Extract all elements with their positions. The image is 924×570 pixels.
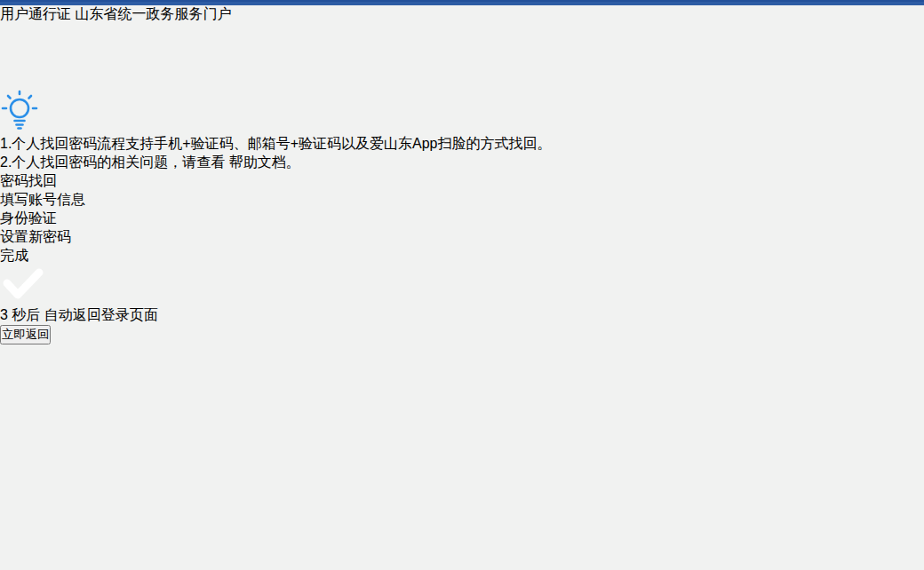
app-title: 用户通行证 xyxy=(0,6,71,21)
step-identity-verify: 身份验证 xyxy=(0,210,924,228)
notice-text: 1.个人找回密码流程支持手机+验证码、邮箱号+验证码以及爱山东App扫脸的方式找… xyxy=(0,135,924,172)
notice-line-2-suffix: 。 xyxy=(286,154,300,170)
step-set-new-password: 设置新密码 xyxy=(0,228,924,247)
help-doc-link[interactable]: 帮助文档 xyxy=(229,154,286,170)
notice-box: 1.个人找回密码流程支持手机+验证码、邮箱号+验证码以及爱山东App扫脸的方式找… xyxy=(0,89,924,172)
main-card: 1.个人找回密码流程支持手机+验证码、邮箱号+验证码以及爱山东App扫脸的方式找… xyxy=(0,89,924,344)
portal-subtitle: 山东省统一政务服务门户 xyxy=(75,6,231,21)
check-icon xyxy=(0,265,46,303)
step-fill-account-info: 填写账号信息 xyxy=(0,191,924,210)
lightbulb-icon xyxy=(0,119,39,134)
section-title: 密码找回 xyxy=(0,173,57,188)
notice-line-1: 1.个人找回密码流程支持手机+验证码、邮箱号+验证码以及爱山东App扫脸的方式找… xyxy=(0,135,924,154)
step-progress-bar: 填写账号信息 身份验证 设置新密码 完成 xyxy=(0,191,924,265)
success-circle xyxy=(0,265,924,306)
auto-return-countdown: 3 秒后 自动返回登录页面 xyxy=(0,306,924,325)
notice-line-2-text: 2.个人找回密码的相关问题，请查看 xyxy=(0,154,229,170)
notice-line-2: 2.个人找回密码的相关问题，请查看 帮助文档。 xyxy=(0,154,924,172)
result-area: 3 秒后 自动返回登录页面 立即返回 xyxy=(0,265,924,344)
section-header: 密码找回 xyxy=(0,172,924,191)
page-header: 用户通行证 山东省统一政务服务门户 xyxy=(0,5,924,89)
step-complete: 完成 xyxy=(0,247,924,265)
return-now-button[interactable]: 立即返回 xyxy=(0,325,51,344)
